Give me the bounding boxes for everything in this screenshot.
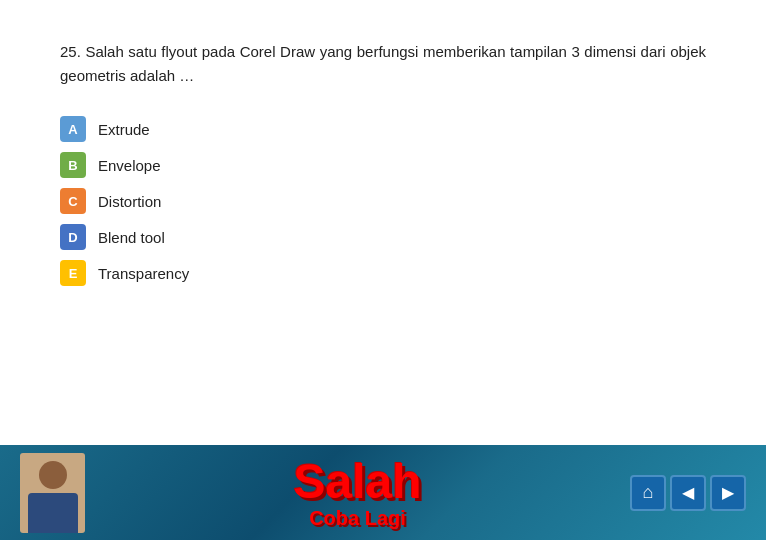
option-item-a[interactable]: AExtrude — [60, 116, 706, 142]
option-label-c: Distortion — [98, 193, 161, 210]
option-badge-c: C — [60, 188, 86, 214]
result-status-text: Salah — [293, 455, 421, 508]
avatar-body — [28, 493, 78, 533]
option-label-b: Envelope — [98, 157, 161, 174]
options-list: AExtrudeBEnvelopeCDistortionDBlend toolE… — [60, 116, 706, 286]
option-item-c[interactable]: CDistortion — [60, 188, 706, 214]
option-badge-d: D — [60, 224, 86, 250]
avatar-head — [39, 461, 67, 489]
option-item-b[interactable]: BEnvelope — [60, 152, 706, 178]
option-badge-a: A — [60, 116, 86, 142]
nav-buttons: ⌂ ◀ ▶ — [630, 475, 746, 511]
main-content: 25. Salah satu flyout pada Corel Draw ya… — [0, 0, 766, 306]
option-label-a: Extrude — [98, 121, 150, 138]
option-badge-b: B — [60, 152, 86, 178]
next-button[interactable]: ▶ — [710, 475, 746, 511]
option-label-d: Blend tool — [98, 229, 165, 246]
avatar — [20, 453, 85, 533]
result-status-wrapper: Salah Salah — [293, 458, 421, 506]
result-action-text: Coba Lagi — [309, 508, 406, 528]
home-button[interactable]: ⌂ — [630, 475, 666, 511]
bottom-bar: Salah Salah Coba Lagi ⌂ ◀ ▶ — [0, 445, 766, 540]
option-label-e: Transparency — [98, 265, 189, 282]
option-badge-e: E — [60, 260, 86, 286]
option-item-d[interactable]: DBlend tool — [60, 224, 706, 250]
center-text-area: Salah Salah Coba Lagi — [85, 458, 630, 528]
prev-button[interactable]: ◀ — [670, 475, 706, 511]
option-item-e[interactable]: ETransparency — [60, 260, 706, 286]
question-text: 25. Salah satu flyout pada Corel Draw ya… — [60, 40, 706, 88]
